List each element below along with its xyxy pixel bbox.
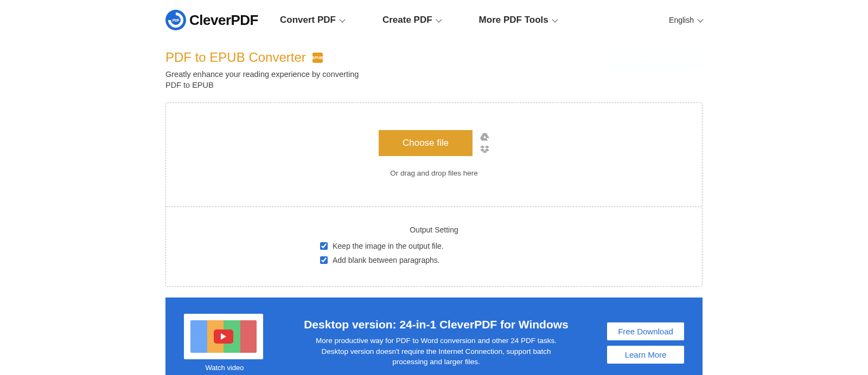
brand-text: CleverPDF	[189, 12, 258, 29]
chevron-down-icon	[552, 16, 558, 22]
add-blank-checkbox[interactable]	[320, 256, 328, 264]
settings-heading: Output Setting	[320, 225, 548, 234]
chevron-down-icon	[697, 16, 703, 22]
logo[interactable]: PDF CleverPDF	[165, 10, 258, 30]
language-selector[interactable]: English	[669, 16, 703, 24]
dropbox-icon[interactable]	[480, 145, 489, 153]
page-subtitle: Greatly enhance your reading experience …	[165, 69, 372, 90]
menu-more-tools[interactable]: More PDF Tools	[479, 15, 557, 25]
setting-keep-image[interactable]: Keep the image in the output file.	[320, 242, 548, 250]
ad-placeholder	[605, 34, 708, 72]
chevron-down-icon	[436, 16, 442, 22]
main-menu: Convert PDF Create PDF More PDF Tools	[280, 15, 557, 25]
play-icon	[214, 329, 233, 344]
choose-file-button[interactable]: Choose file	[379, 130, 473, 156]
menu-convert-pdf[interactable]: Convert PDF	[280, 15, 344, 25]
menu-create-pdf[interactable]: Create PDF	[382, 15, 441, 25]
desktop-promo-banner: Watch video Desktop version: 24-in-1 Cle…	[165, 298, 703, 375]
logo-icon: PDF	[165, 10, 186, 30]
keep-image-checkbox[interactable]	[320, 242, 328, 250]
video-thumbnail[interactable]	[184, 314, 263, 359]
learn-more-button[interactable]: Learn More	[607, 346, 684, 364]
page-title: PDF to EPUB Converter	[165, 50, 306, 65]
banner-title: Desktop version: 24-in-1 CleverPDF for W…	[285, 318, 588, 331]
google-drive-icon[interactable]	[480, 133, 489, 141]
cloud-sources	[480, 133, 489, 153]
epub-icon: EPUB	[312, 53, 323, 63]
chevron-down-icon	[339, 16, 345, 22]
free-download-button[interactable]: Free Download	[607, 322, 684, 340]
drag-drop-hint: Or drag and drop files here	[166, 169, 702, 177]
watch-video-label: Watch video	[184, 364, 265, 372]
conversion-panel: Choose file Or drag and drop files here …	[165, 102, 703, 287]
top-nav: PDF CleverPDF Convert PDF Create PDF Mor…	[165, 0, 703, 36]
upload-dropzone[interactable]: Choose file Or drag and drop files here	[166, 103, 702, 206]
banner-description: More productive way for PDF to Word conv…	[309, 335, 564, 367]
output-settings: Output Setting Keep the image in the out…	[166, 206, 702, 286]
setting-add-blank[interactable]: Add blank between paragraphs.	[320, 256, 548, 264]
